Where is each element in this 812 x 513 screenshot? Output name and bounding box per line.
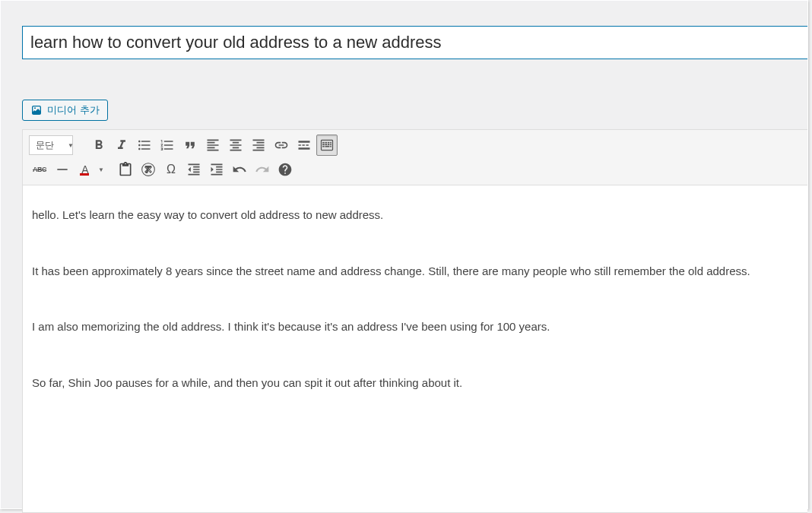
add-media-label: 미디어 추가 [47,103,100,117]
align-left-button[interactable] [202,135,224,156]
italic-button[interactable] [111,135,132,156]
editor-toolbar: 문단 ABC A [23,130,807,185]
svg-rect-7 [328,144,330,145]
media-icon [30,104,43,116]
text-color-dropdown[interactable]: ▼ [95,166,107,173]
read-more-button[interactable] [293,135,315,156]
paste-text-button[interactable] [115,159,136,180]
svg-rect-12 [57,169,67,170]
content-paragraph: hello. Let's learn the easy way to conve… [32,205,798,225]
horizontal-rule-button[interactable] [52,159,73,180]
svg-rect-4 [330,142,331,144]
content-paragraph: So far, Shin Joo pauses for a while, and… [32,373,798,393]
add-media-button[interactable]: 미디어 추가 [22,100,108,121]
content-paragraph: I am also memorizing the old address. I … [32,317,798,337]
svg-rect-3 [328,142,330,144]
align-center-button[interactable] [225,135,246,156]
bold-button[interactable] [88,135,109,156]
special-character-button[interactable]: Ω [160,159,182,180]
svg-rect-10 [325,146,330,147]
outdent-button[interactable] [183,159,205,180]
svg-rect-11 [330,146,331,147]
strikethrough-button[interactable]: ABC [29,159,50,180]
undo-button[interactable] [229,159,250,180]
svg-rect-9 [322,146,325,147]
link-button[interactable] [271,135,292,156]
svg-rect-5 [322,144,325,145]
align-right-button[interactable] [248,135,269,156]
clear-formatting-button[interactable] [138,159,159,180]
help-button[interactable] [274,159,296,180]
text-color-button[interactable]: A [75,159,96,180]
svg-rect-1 [322,142,325,144]
svg-rect-2 [325,142,328,144]
format-dropdown[interactable]: 문단 [29,135,73,155]
indent-button[interactable] [206,159,227,180]
content-paragraph: It has been approximately 8 years since … [32,261,798,281]
editor-container: 문단 ABC A [22,129,807,513]
svg-rect-6 [325,144,328,145]
numbered-list-button[interactable] [157,135,178,156]
post-title-input[interactable] [22,26,807,59]
redo-button[interactable] [252,159,273,180]
toolbar-toggle-button[interactable] [316,135,338,156]
blockquote-button[interactable] [179,135,201,156]
bullet-list-button[interactable] [134,135,155,156]
svg-rect-8 [330,144,331,145]
editor-content[interactable]: hello. Let's learn the easy way to conve… [23,185,807,512]
